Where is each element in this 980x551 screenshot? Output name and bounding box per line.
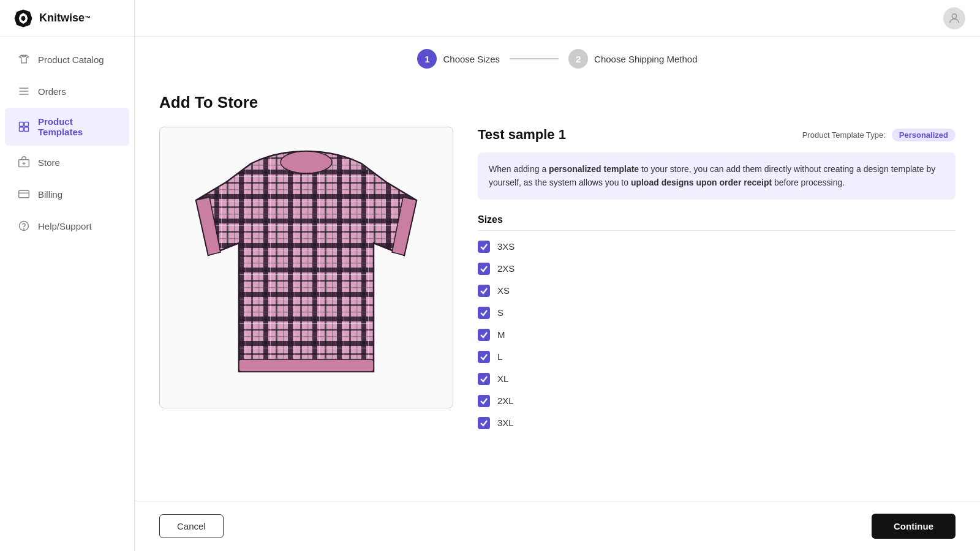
sidebar-item-product-templates[interactable]: Product Templates — [5, 108, 129, 146]
template-type-label: Product Template Type: — [802, 130, 886, 140]
sidebar-item-store[interactable]: Store — [5, 147, 129, 178]
sidebar-label-product-catalog: Product Catalog — [38, 54, 104, 65]
size-checkbox-3xs[interactable] — [478, 241, 490, 253]
sidebar-label-billing: Billing — [38, 189, 62, 200]
help-icon — [17, 219, 31, 233]
template-type-badge: Personalized — [892, 129, 956, 141]
svg-rect-28 — [239, 359, 374, 372]
step-2-circle: 2 — [568, 49, 588, 69]
step-1-label: Choose Sizes — [443, 54, 500, 64]
info-text-1: When adding a — [489, 164, 549, 174]
svg-point-16 — [24, 229, 24, 230]
content-area: Test sample 1 Product Template Type: Per… — [159, 127, 956, 434]
page-content: Add To Store — [135, 81, 980, 501]
user-avatar[interactable] — [943, 7, 965, 29]
right-panel: Test sample 1 Product Template Type: Per… — [478, 127, 956, 434]
size-label-2xs: 2XS — [497, 263, 514, 274]
info-box: When adding a personalized template to y… — [478, 152, 956, 200]
size-item: M — [478, 324, 956, 346]
header-bar — [135, 0, 980, 37]
shirt-icon — [17, 53, 31, 66]
step-1-circle: 1 — [417, 49, 437, 69]
sizes-label: Sizes — [478, 214, 956, 231]
info-bold-2: upload designs upon order receipt — [631, 178, 772, 187]
svg-rect-9 — [24, 127, 29, 132]
size-checkbox-2xl[interactable] — [478, 395, 490, 407]
size-item: 3XL — [478, 412, 956, 434]
svg-rect-7 — [24, 122, 29, 127]
size-checkbox-s[interactable] — [478, 307, 490, 319]
main-content: 1 Choose Sizes 2 Choose Shipping Method … — [135, 0, 980, 551]
size-checkbox-xl[interactable] — [478, 373, 490, 385]
size-item: 2XL — [478, 390, 956, 412]
sizes-list: 3XS2XSXSSMLXL2XL3XL — [478, 236, 956, 434]
svg-rect-6 — [20, 122, 24, 127]
size-item: 3XS — [478, 236, 956, 258]
size-checkbox-2xs[interactable] — [478, 263, 490, 275]
size-label-xs: XS — [497, 285, 510, 296]
product-image — [190, 145, 423, 390]
size-checkbox-m[interactable] — [478, 329, 490, 341]
svg-rect-13 — [19, 190, 29, 198]
logo: Knitwise™ — [0, 0, 134, 37]
orders-icon — [17, 84, 31, 98]
templates-icon — [17, 120, 31, 133]
cancel-button[interactable]: Cancel — [159, 514, 224, 538]
sidebar-item-orders[interactable]: Orders — [5, 76, 129, 107]
brand-tm: ™ — [85, 15, 91, 21]
brand-name: Knitwise — [39, 12, 85, 24]
steps-bar: 1 Choose Sizes 2 Choose Shipping Method — [135, 37, 980, 81]
svg-point-27 — [281, 151, 332, 173]
sidebar-item-help-support[interactable]: Help/Support — [5, 211, 129, 241]
template-type-row: Product Template Type: Personalized — [802, 129, 956, 141]
size-label-3xs: 3XS — [497, 241, 514, 252]
svg-rect-8 — [20, 127, 24, 132]
size-label-3xl: 3XL — [497, 418, 514, 428]
continue-button[interactable]: Continue — [872, 514, 956, 539]
size-label-m: M — [497, 329, 505, 340]
product-name-row: Test sample 1 Product Template Type: Per… — [478, 127, 956, 143]
sidebar: Knitwise™ Product Catalog Orders Product… — [0, 0, 135, 551]
footer-bar: Cancel Continue — [135, 501, 980, 551]
size-label-l: L — [497, 351, 502, 362]
step-connector — [510, 58, 559, 59]
size-label-xl: XL — [497, 373, 508, 384]
size-item: XS — [478, 280, 956, 302]
svg-point-17 — [952, 13, 956, 18]
size-checkbox-xs[interactable] — [478, 285, 490, 297]
knitwise-logo-icon — [12, 7, 34, 29]
step-1: 1 Choose Sizes — [417, 49, 500, 69]
store-icon — [17, 156, 31, 169]
sidebar-nav: Product Catalog Orders Product Templates… — [0, 37, 134, 551]
size-label-2xl: 2XL — [497, 395, 514, 406]
billing-icon — [17, 187, 31, 201]
size-label-s: S — [497, 307, 503, 318]
size-item: S — [478, 302, 956, 324]
product-image-box — [159, 127, 453, 408]
sidebar-label-store: Store — [38, 157, 60, 168]
size-item: XL — [478, 368, 956, 390]
sidebar-item-billing[interactable]: Billing — [5, 179, 129, 209]
size-item: 2XS — [478, 258, 956, 280]
sidebar-label-orders: Orders — [38, 86, 66, 97]
step-2-label: Choose Shipping Method — [594, 54, 697, 64]
info-bold-1: personalized template — [549, 164, 639, 174]
sidebar-item-product-catalog[interactable]: Product Catalog — [5, 44, 129, 75]
step-2: 2 Choose Shipping Method — [568, 49, 697, 69]
info-text-3: before processing. — [772, 178, 845, 187]
product-name: Test sample 1 — [478, 127, 566, 143]
size-checkbox-l[interactable] — [478, 351, 490, 363]
sidebar-label-product-templates: Product Templates — [38, 116, 117, 137]
page-title: Add To Store — [159, 93, 956, 112]
size-item: L — [478, 346, 956, 368]
sidebar-label-help-support: Help/Support — [38, 221, 92, 231]
sizes-section: Sizes 3XS2XSXSSMLXL2XL3XL — [478, 214, 956, 434]
size-checkbox-3xl[interactable] — [478, 417, 490, 429]
